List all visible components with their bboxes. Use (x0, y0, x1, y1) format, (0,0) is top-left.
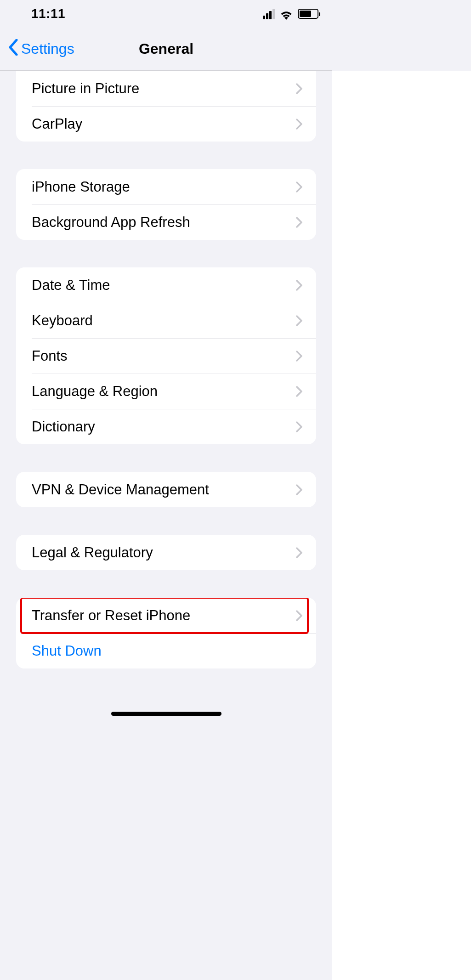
chevron-right-icon (296, 386, 302, 397)
row-label: Background App Refresh (32, 214, 190, 231)
chevron-right-icon (296, 484, 302, 495)
row-label: Fonts (32, 348, 68, 364)
row-label: Shut Down (32, 643, 102, 659)
back-label: Settings (21, 40, 74, 57)
settings-group: Legal & Regulatory (16, 535, 316, 570)
row-dictionary[interactable]: Dictionary (16, 409, 316, 444)
row-carplay[interactable]: CarPlay (16, 106, 316, 142)
status-bar: 11:11 (0, 0, 332, 28)
chevron-right-icon (296, 610, 302, 621)
row-iphone-storage[interactable]: iPhone Storage (16, 169, 316, 204)
row-label: Date & Time (32, 277, 110, 294)
settings-content: Picture in Picture CarPlay iPhone Storag… (0, 71, 332, 687)
chevron-right-icon (296, 83, 302, 94)
row-shut-down[interactable]: Shut Down (16, 633, 316, 668)
row-keyboard[interactable]: Keyboard (16, 303, 316, 338)
status-indicators (263, 9, 318, 19)
cellular-icon (263, 9, 275, 19)
row-label: Dictionary (32, 419, 95, 435)
status-time: 11:11 (31, 6, 65, 21)
row-picture-in-picture[interactable]: Picture in Picture (16, 71, 316, 106)
chevron-right-icon (296, 315, 302, 326)
settings-group: Picture in Picture CarPlay (16, 71, 316, 142)
side-filler (332, 71, 471, 980)
battery-icon (298, 9, 318, 19)
chevron-right-icon (296, 181, 302, 193)
row-label: VPN & Device Management (32, 482, 209, 498)
row-label: Picture in Picture (32, 80, 139, 97)
row-fonts[interactable]: Fonts (16, 338, 316, 374)
chevron-left-icon (8, 39, 18, 59)
nav-bar: Settings General (0, 28, 332, 71)
row-label: Legal & Regulatory (32, 544, 153, 561)
row-label: iPhone Storage (32, 179, 130, 195)
row-transfer-reset[interactable]: Transfer or Reset iPhone (21, 598, 308, 633)
home-indicator (111, 712, 221, 716)
row-label: CarPlay (32, 116, 82, 132)
row-label: Transfer or Reset iPhone (32, 607, 190, 624)
row-language-region[interactable]: Language & Region (16, 374, 316, 409)
chevron-right-icon (296, 351, 302, 362)
row-date-time[interactable]: Date & Time (16, 267, 316, 303)
chevron-right-icon (296, 280, 302, 291)
chevron-right-icon (296, 119, 302, 130)
settings-group: VPN & Device Management (16, 472, 316, 507)
phone-frame: 11:11 Settings General Picture i (0, 0, 332, 980)
row-label: Keyboard (32, 312, 93, 329)
row-background-app-refresh[interactable]: Background App Refresh (16, 204, 316, 240)
wifi-icon (279, 9, 293, 19)
settings-group: iPhone Storage Background App Refresh (16, 169, 316, 240)
chevron-right-icon (296, 217, 302, 228)
back-button[interactable]: Settings (0, 39, 74, 59)
row-vpn-device-management[interactable]: VPN & Device Management (16, 472, 316, 507)
settings-group: Transfer or Reset iPhone Shut Down (16, 598, 316, 668)
row-legal-regulatory[interactable]: Legal & Regulatory (16, 535, 316, 570)
row-label: Language & Region (32, 383, 158, 400)
chevron-right-icon (296, 421, 302, 432)
settings-group: Date & Time Keyboard Fonts Language & Re… (16, 267, 316, 444)
chevron-right-icon (296, 547, 302, 558)
